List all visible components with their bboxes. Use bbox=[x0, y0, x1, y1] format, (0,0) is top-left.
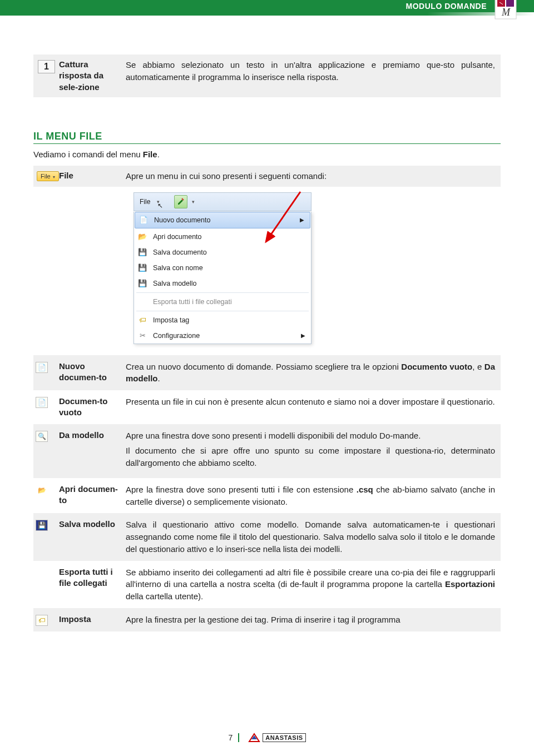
menu-toolbar: File ▾ ↖ ▾ bbox=[134, 192, 312, 211]
menu-item-esporta: Esporta tutti i file collegati bbox=[134, 294, 311, 310]
dropdown-chevron-icon: ▾ bbox=[192, 199, 195, 205]
desc-bold: .csq bbox=[357, 485, 373, 494]
new-document-icon: 📄 bbox=[139, 215, 149, 225]
menu-item-salva-documento: 💾 Salva documento bbox=[134, 245, 311, 260]
desc-bold: Documento vuoto bbox=[401, 362, 472, 371]
menu-item-imposta-tag: 🏷 Imposta tag bbox=[134, 312, 311, 328]
desc-text: , e bbox=[472, 362, 484, 371]
menu-item-label: Nuovo documento bbox=[154, 216, 210, 224]
row-label: Imposta bbox=[59, 609, 126, 629]
new-document-icon: 📄 bbox=[36, 362, 48, 373]
row-label: Da modello bbox=[59, 425, 126, 445]
row-label: Nuovo documen-to bbox=[59, 356, 126, 388]
save-template-icon: 💾 bbox=[36, 520, 48, 531]
cursor-icon: ↖ bbox=[157, 202, 163, 210]
row-description: Crea un nuovo documento di domande. Poss… bbox=[126, 356, 501, 390]
file-button-icon: File bbox=[37, 171, 59, 181]
table-row: 💾 Salva modello Salva il questionario at… bbox=[33, 513, 501, 560]
menu-item-salva-modello: 💾 Salva modello bbox=[134, 276, 311, 291]
anastasis-logo-icon bbox=[248, 732, 260, 744]
header-bar: MODULO DOMANDE M bbox=[0, 0, 534, 16]
menu-separator bbox=[136, 292, 309, 293]
row-label: Apri documen-to bbox=[59, 479, 126, 511]
menu-item-label: Salva con nome bbox=[153, 264, 203, 272]
intro-bold: File bbox=[143, 150, 157, 159]
step-number-badge: 1 bbox=[38, 60, 55, 73]
menu-item-label: Configurazione bbox=[153, 332, 200, 340]
menu-item-label: Apri documento bbox=[153, 233, 202, 241]
menu-item-salva-con-nome: 💾 Salva con nome bbox=[134, 260, 311, 276]
toolbar-file-label: File bbox=[137, 197, 152, 207]
submenu-arrow-icon: ▶ bbox=[300, 217, 304, 223]
table-row: 🏷 Imposta Apre la finestra per la gestio… bbox=[33, 608, 501, 631]
row-description: Apre una finestra dove sono presenti i m… bbox=[126, 425, 501, 477]
desc-text: Apre la finestra dove sono presenti tutt… bbox=[126, 485, 357, 494]
intro-text: Vediamo i comandi del menu bbox=[33, 150, 143, 159]
save-template-icon: 💾 bbox=[137, 278, 147, 289]
desc-text: Se abbiamo inserito dei collegamenti ad … bbox=[126, 568, 495, 589]
header-title: MODULO DOMANDE bbox=[406, 2, 487, 11]
section-heading: IL MENU FILE bbox=[33, 131, 501, 144]
intro-suffix: . bbox=[157, 150, 160, 159]
menu-item-label: Salva modello bbox=[153, 280, 197, 287]
table-row: File File Apre un menu in cui sono prese… bbox=[33, 166, 501, 187]
footer-logo: ANASTASIS bbox=[248, 732, 305, 744]
row-label: Documen-to vuoto bbox=[59, 391, 126, 423]
template-icon: 🔍 bbox=[36, 431, 48, 442]
row-label: File bbox=[59, 166, 126, 186]
desc-bold: Esportazioni bbox=[445, 579, 495, 589]
table-row: 🔍 Da modello Apre una finestra dove sono… bbox=[33, 424, 501, 478]
menu-item-label: Imposta tag bbox=[153, 316, 189, 324]
header-logo-icon: M bbox=[494, 0, 517, 20]
footer-brand-text: ANASTASIS bbox=[263, 733, 305, 742]
row-label: Esporta tutti i file collegati bbox=[59, 562, 126, 594]
submenu-arrow-icon: ▶ bbox=[301, 332, 305, 339]
menu-dropdown: 📄 Nuovo documento ▶ 📂 Apri documento 💾 S… bbox=[134, 212, 312, 344]
row-description: Salva il questionario attivo come modell… bbox=[126, 514, 501, 559]
table-row: 📂 Apri documen-to Apre la finestra dove … bbox=[33, 478, 501, 514]
tag-icon: 🏷 bbox=[137, 315, 147, 325]
desc-para: Il documento che si apre offre uno spunt… bbox=[126, 445, 495, 469]
row-description: Apre un menu in cui sono presenti i segu… bbox=[126, 166, 501, 187]
desc-para: Apre una finestra dove sono presenti i m… bbox=[126, 430, 495, 442]
row-description: Se abbiamo inserito dei collegamenti ad … bbox=[126, 562, 501, 607]
desc-text: Crea un nuovo documento di domande. Poss… bbox=[126, 362, 401, 371]
edit-icon bbox=[174, 195, 187, 208]
row-description: Se abbiamo selezionato un testo in un'al… bbox=[126, 54, 501, 88]
page-footer: 7 ANASTASIS bbox=[0, 732, 534, 744]
menu-item-configurazione: ✂ Configurazione ▶ bbox=[134, 328, 311, 344]
save-as-icon: 💾 bbox=[137, 263, 147, 273]
row-label: Salva modello bbox=[59, 514, 126, 534]
table-row: 📄 Nuovo documen-to Crea un nuovo documen… bbox=[33, 355, 501, 391]
menu-item-label: Salva documento bbox=[153, 248, 207, 256]
svg-text:M: M bbox=[501, 7, 511, 18]
desc-text: . bbox=[158, 374, 160, 383]
table-row: 📄 Documen-to vuoto Presenta un file in c… bbox=[33, 390, 501, 424]
row-description: Apre la finestra dove sono presenti tutt… bbox=[126, 479, 501, 513]
menu-item-label: Esporta tutti i file collegati bbox=[153, 298, 232, 306]
desc-text: della cartella utente). bbox=[126, 591, 203, 601]
row-label: Cattura risposta da sele-zione bbox=[59, 54, 126, 97]
row-description: Presenta un file in cui non è presente a… bbox=[126, 391, 501, 412]
section-intro: Vediamo i comandi del menu File. bbox=[33, 150, 501, 159]
table-row: Esporta tutti i file collegati Se abbiam… bbox=[33, 561, 501, 608]
new-document-icon: 📄 bbox=[36, 397, 48, 408]
menu-item-apri-documento: 📂 Apri documento bbox=[134, 229, 311, 245]
gear-icon: ✂ bbox=[137, 331, 147, 341]
menu-screenshot: File ▾ ↖ ▾ 📄 Nuovo documento ▶ 📂 Apri do… bbox=[134, 192, 312, 344]
folder-icon: 📂 bbox=[36, 485, 48, 496]
row-description: Apre la finestra per la gestione dei tag… bbox=[126, 609, 501, 630]
table-row: 1 Cattura risposta da sele-zione Se abbi… bbox=[33, 54, 501, 97]
menu-separator bbox=[136, 311, 309, 311]
blank-icon bbox=[137, 297, 147, 307]
page-number: 7 bbox=[228, 733, 239, 742]
menu-item-nuovo-documento: 📄 Nuovo documento ▶ bbox=[135, 212, 310, 228]
save-icon: 💾 bbox=[137, 247, 147, 257]
folder-icon: 📂 bbox=[137, 232, 147, 242]
tag-icon: 🏷 bbox=[36, 615, 48, 626]
